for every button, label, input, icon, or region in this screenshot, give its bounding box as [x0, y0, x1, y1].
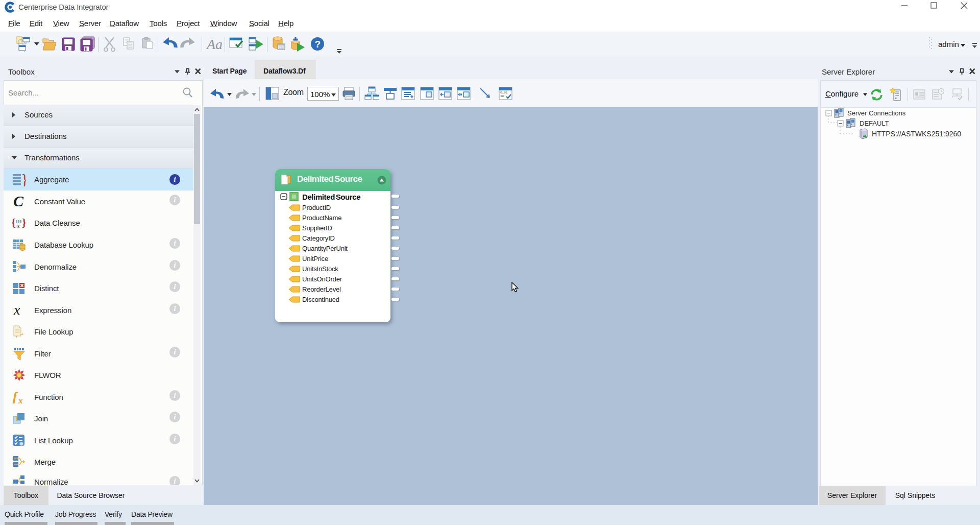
svg-text:}: }: [21, 173, 26, 186]
svg-text:HTTPS://ASTWKS251:9260: HTTPS://ASTWKS251:9260: [872, 130, 961, 138]
svg-text:x: x: [13, 303, 20, 317]
svg-text:10: 10: [500, 94, 504, 98]
svg-text:0101: 0101: [500, 91, 508, 94]
svg-text:f: f: [13, 390, 18, 404]
svg-text:x: x: [16, 222, 20, 229]
svg-text:C: C: [13, 195, 24, 208]
svg-text:Server Connections: Server Connections: [847, 109, 906, 117]
svg-text:Aa: Aa: [206, 36, 223, 52]
svg-text:{: {: [12, 216, 16, 229]
svg-text:}: }: [22, 216, 26, 229]
svg-text:DEFAULT: DEFAULT: [860, 120, 889, 127]
svg-text:x: x: [18, 396, 23, 404]
svg-text:?: ?: [315, 39, 321, 50]
